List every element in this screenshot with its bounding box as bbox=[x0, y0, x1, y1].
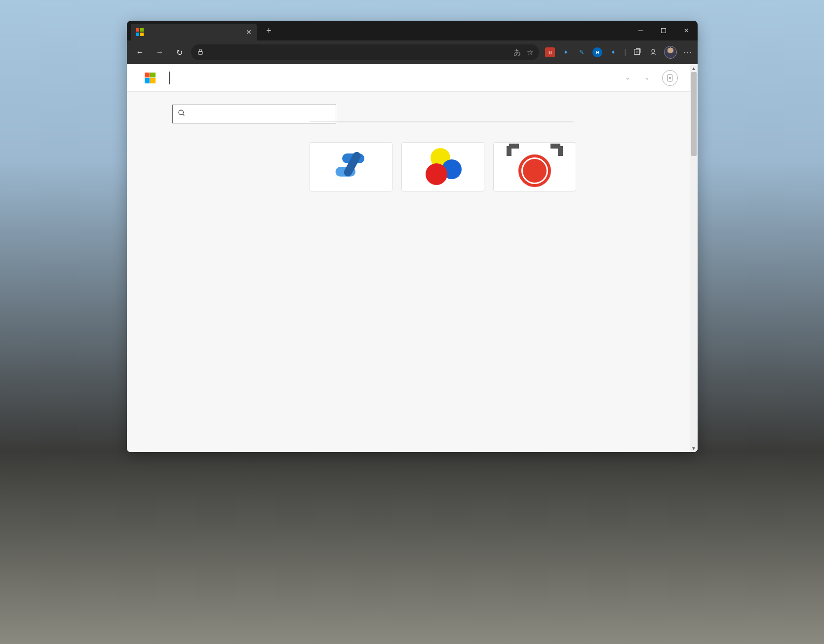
header-divider bbox=[169, 72, 170, 84]
vertical-scrollbar[interactable]: ▲ ▼ bbox=[690, 64, 698, 452]
profile-avatar[interactable] bbox=[664, 46, 677, 59]
collections-icon[interactable] bbox=[632, 47, 642, 57]
svg-point-14 bbox=[669, 77, 670, 78]
chevron-down-icon: ⌄ bbox=[645, 75, 649, 80]
translate-icon[interactable]: あ bbox=[513, 48, 521, 57]
all-microsoft-link[interactable]: ⌄ bbox=[642, 75, 649, 80]
scroll-down-icon[interactable]: ▼ bbox=[690, 444, 698, 452]
site-header: ⌄ ⌄ bbox=[127, 64, 698, 92]
svg-rect-5 bbox=[661, 29, 666, 33]
tab-favicon-icon bbox=[136, 28, 144, 36]
microsoft-logo[interactable] bbox=[145, 73, 159, 83]
microsoft-logo-icon bbox=[145, 73, 156, 83]
svg-point-12 bbox=[652, 49, 655, 52]
user-avatar[interactable] bbox=[662, 70, 678, 86]
page-body bbox=[127, 92, 698, 452]
forward-button[interactable]: → bbox=[152, 44, 168, 61]
product-name[interactable] bbox=[180, 72, 182, 83]
browser-window: ✕ + ✕ ← → ↻ あ ☆ u ✦ ✎ e bbox=[127, 21, 698, 452]
top-extensions-card bbox=[310, 121, 574, 122]
svg-point-15 bbox=[179, 110, 183, 114]
sidebar bbox=[127, 92, 310, 452]
extension-toolbar: u ✦ ✎ e ✦ | ⋯ bbox=[542, 46, 692, 59]
close-window-button[interactable]: ✕ bbox=[675, 21, 698, 40]
svg-line-16 bbox=[183, 114, 184, 115]
svg-rect-6 bbox=[198, 51, 202, 54]
scroll-up-icon[interactable]: ▲ bbox=[690, 64, 698, 72]
chevron-down-icon: ⌄ bbox=[626, 75, 629, 80]
lock-icon bbox=[197, 48, 204, 57]
minimize-button[interactable] bbox=[629, 21, 652, 40]
svg-rect-0 bbox=[136, 28, 139, 32]
svg-point-23 bbox=[523, 159, 547, 183]
browser-tab[interactable]: ✕ bbox=[131, 24, 257, 40]
titlebar: ✕ + ✕ bbox=[127, 21, 698, 40]
more-extensions-grid bbox=[310, 142, 690, 191]
ublock-icon[interactable]: u bbox=[545, 47, 555, 57]
ext-4-icon[interactable]: e bbox=[592, 47, 602, 57]
svg-rect-2 bbox=[136, 33, 139, 36]
new-tab-button[interactable]: + bbox=[262, 26, 276, 36]
refresh-button[interactable]: ↻ bbox=[171, 44, 188, 61]
maximize-button[interactable] bbox=[652, 21, 675, 40]
more-extension-2[interactable] bbox=[401, 142, 484, 191]
search-icon bbox=[178, 109, 186, 119]
address-bar: ← → ↻ あ ☆ u ✦ ✎ e ✦ | bbox=[127, 40, 698, 64]
feedback-icon[interactable] bbox=[648, 47, 658, 57]
ext-3-icon[interactable]: ✎ bbox=[577, 47, 587, 57]
svg-point-22 bbox=[426, 163, 447, 185]
more-extension-3[interactable] bbox=[493, 142, 576, 191]
more-extension-1[interactable] bbox=[310, 142, 392, 191]
ext-2-icon[interactable]: ✦ bbox=[561, 47, 571, 57]
tab-close-icon[interactable]: ✕ bbox=[246, 28, 252, 36]
scrollbar-thumb[interactable] bbox=[691, 72, 697, 156]
svg-rect-3 bbox=[140, 33, 144, 36]
main-panel bbox=[310, 92, 690, 452]
page-content: ⌄ ⌄ bbox=[127, 64, 698, 452]
header-right: ⌄ ⌄ bbox=[623, 70, 678, 86]
svg-rect-1 bbox=[140, 28, 144, 32]
favorite-icon[interactable]: ☆ bbox=[527, 48, 533, 57]
svg-rect-13 bbox=[667, 75, 672, 81]
url-box[interactable]: あ ☆ bbox=[191, 44, 540, 60]
help-link[interactable]: ⌄ bbox=[623, 75, 629, 80]
window-controls: ✕ bbox=[629, 21, 698, 40]
ext-5-icon[interactable]: ✦ bbox=[608, 47, 618, 57]
back-button[interactable]: ← bbox=[132, 44, 149, 61]
more-menu-icon[interactable]: ⋯ bbox=[683, 47, 693, 57]
